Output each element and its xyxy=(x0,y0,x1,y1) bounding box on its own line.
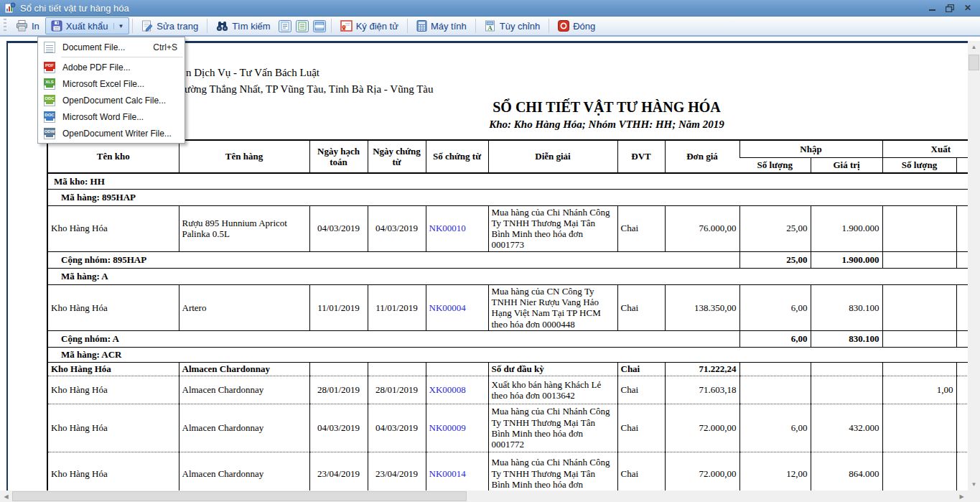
cell-ngay-chung-tu: 11/01/2019 xyxy=(368,284,426,330)
cell-xuat-gt xyxy=(956,284,968,330)
cell-dien-giai: Số dư đầu kỳ xyxy=(488,363,617,376)
group-label: Mã kho: HH xyxy=(47,173,968,189)
cell-ngay-chung-tu: 04/03/2019 xyxy=(368,404,426,452)
digital-sign-button[interactable]: Ký điện tử xyxy=(335,17,404,34)
app-icon xyxy=(4,2,16,14)
toolbar-separator xyxy=(407,19,408,33)
company-address: ường Thắng Nhất, TP Vũng Tàu, Tỉnh Bà Rị… xyxy=(185,83,433,96)
cell-nhap-sl: 6,00 xyxy=(739,284,811,330)
cell-dien-giai: Mua hàng của CN Công Ty TNHH Nier Rượu V… xyxy=(488,284,617,330)
digital-sign-label: Ký điện tử xyxy=(356,21,398,32)
calculator-button[interactable]: Máy tính xyxy=(411,17,472,34)
close-report-button[interactable]: Đóng xyxy=(552,17,601,34)
close-report-label: Đóng xyxy=(573,21,595,32)
cell-don-gia: 71.603,18 xyxy=(665,376,739,404)
binoculars-icon xyxy=(216,21,228,32)
col-header-dvt: ĐVT xyxy=(617,140,665,173)
cell-ten-kho: Kho Hàng Hóa xyxy=(47,376,179,404)
save-icon xyxy=(51,20,62,32)
export-menu-item[interactable]: Document File...Ctrl+S xyxy=(38,39,185,55)
cell-nhap-gt: 864.000 xyxy=(811,452,882,491)
table-header: Tên kho Tên hàng Ngày hạch toán Ngày chứ… xyxy=(47,140,968,173)
document-number-link[interactable]: NK00014 xyxy=(429,468,466,479)
pdf-file-icon: PDF xyxy=(44,62,55,73)
calculator-label: Máy tính xyxy=(431,21,467,32)
cell-ngay-hach-toan: 04/03/2019 xyxy=(309,205,368,251)
export-button[interactable]: Xuất khẩu ▼ xyxy=(45,17,129,34)
document-number-link[interactable]: NK00010 xyxy=(429,223,466,233)
scroll-down-arrow-icon[interactable]: ▼ xyxy=(968,478,980,491)
titlebar: Sổ chi tiết vật tư hàng hóa ✕ xyxy=(0,0,980,17)
scroll-left-arrow-icon[interactable]: ◀ xyxy=(0,491,12,502)
document-number-link[interactable]: XK00008 xyxy=(429,384,466,395)
cell-so-chung-tu: NK00004 xyxy=(426,284,488,330)
toolbar-grip[interactable] xyxy=(4,19,6,33)
document-number-link[interactable]: NK00009 xyxy=(429,422,466,433)
cell-dien-giai: Mua hàng của Chi Nhánh Công Ty TNHH Thươ… xyxy=(488,404,617,452)
col-header-so-chung-tu: Số chứng từ xyxy=(426,140,488,173)
restore-button[interactable] xyxy=(946,4,954,12)
view-facing-pages-button[interactable] xyxy=(295,19,309,33)
export-dropdown-arrow[interactable]: ▼ xyxy=(113,23,123,29)
cell-xuat-sl xyxy=(882,205,956,251)
cell-nhap-sl: 6,00 xyxy=(739,404,811,452)
menu-separator xyxy=(61,57,183,57)
cell-don-gia: 71.222,24 xyxy=(665,363,739,376)
edit-page-button[interactable]: Sửa trang xyxy=(136,17,204,34)
cell-ten-kho: Kho Hàng Hóa xyxy=(47,284,179,330)
search-button[interactable]: Tìm kiếm xyxy=(210,18,276,34)
word-file-icon: DOC xyxy=(44,111,55,123)
cell-xuat-sl xyxy=(882,363,956,376)
view-single-page-button[interactable] xyxy=(278,19,292,33)
minimize-button[interactable] xyxy=(929,4,935,12)
vertical-scroll-thumb[interactable] xyxy=(969,55,979,70)
table-row: Kho Hàng HóaAlmacen Chardonnay04/03/2019… xyxy=(47,404,968,452)
horizontal-scrollbar[interactable]: ◀ ▶ xyxy=(0,491,968,502)
cell-xuat-gt xyxy=(956,404,968,452)
subtotal-xuat-sl xyxy=(882,251,956,268)
export-menu-item[interactable]: ODCOpenDocument Calc File... xyxy=(38,92,185,108)
export-menu-item[interactable]: ODWOpenDocument Writer File... xyxy=(38,125,185,141)
cell-so-chung-tu: NK00009 xyxy=(426,404,488,452)
close-button[interactable]: ✕ xyxy=(964,4,971,12)
cell-dien-giai: Mua hàng của Chi Nhánh Công Ty TNHH Thươ… xyxy=(488,205,617,251)
cell-nhap-sl xyxy=(739,363,811,376)
horizontal-scroll-thumb[interactable] xyxy=(12,491,467,501)
cell-ngay-chung-tu: 23/04/2019 xyxy=(368,452,426,491)
cell-so-chung-tu: XK00008 xyxy=(426,376,488,404)
export-menu: Document File...Ctrl+SPDFAdobe PDF File.… xyxy=(37,37,185,144)
export-menu-item[interactable]: XLSMicrosoft Excel File... xyxy=(38,75,185,92)
vertical-scrollbar[interactable]: ▲ ▼ xyxy=(968,41,980,491)
col-header-xuat-gia-tri xyxy=(956,157,968,173)
table-row: Cộng nhóm: A6,00830.100 xyxy=(47,331,968,348)
table-row: Mã hàng: ACR xyxy=(47,348,968,363)
window-title: Sổ chi tiết vật tư hàng hóa xyxy=(20,3,129,14)
col-header-xuat-so-luong: Số lượng xyxy=(882,157,956,173)
view-continuous-button[interactable] xyxy=(312,19,327,33)
cell-so-chung-tu: NK00014 xyxy=(426,452,488,491)
export-menu-item[interactable]: DOCMicrosoft Word File... xyxy=(38,108,185,125)
cell-ngay-chung-tu: 04/03/2019 xyxy=(368,205,426,251)
cell-don-gia: 138.350,00 xyxy=(665,284,739,330)
document-number-link[interactable]: NK00004 xyxy=(429,302,466,313)
table-row: Mã hàng: 895HAP xyxy=(47,189,968,205)
report-table-wrap: Tên kho Tên hàng Ngày hạch toán Ngày chứ… xyxy=(47,139,968,491)
print-label: In xyxy=(32,21,39,32)
scroll-right-arrow-icon[interactable]: ▶ xyxy=(956,491,968,502)
cell-xuat-sl: 1,00 xyxy=(882,376,956,404)
print-button[interactable]: In xyxy=(10,17,45,34)
cell-so-chung-tu: NK00010 xyxy=(426,205,488,251)
cell-xuat-gt xyxy=(956,452,968,491)
cell-dien-giai: Xuất kho bán hàng Khách Lẻ theo hóa đơn … xyxy=(488,376,617,404)
cell-dvt: Chai xyxy=(617,205,665,251)
customize-button[interactable]: A Tùy chỉnh xyxy=(479,17,546,34)
col-group-xuat: Xuất xyxy=(882,140,968,157)
export-menu-item[interactable]: PDFAdobe PDF File... xyxy=(38,59,185,75)
toolbar-separator xyxy=(132,19,133,33)
subtotal-nhap-sl: 25,00 xyxy=(739,251,811,268)
svg-text:A: A xyxy=(487,24,493,32)
cell-ten-hang: Almacen Chardonnay xyxy=(179,452,309,491)
scroll-up-arrow-icon[interactable]: ▲ xyxy=(968,41,980,53)
table-row: Kho Hàng HóaRượu 895 Hunnium Apricot Pal… xyxy=(47,205,968,251)
export-menu-item-label: Adobe PDF File... xyxy=(62,62,131,73)
